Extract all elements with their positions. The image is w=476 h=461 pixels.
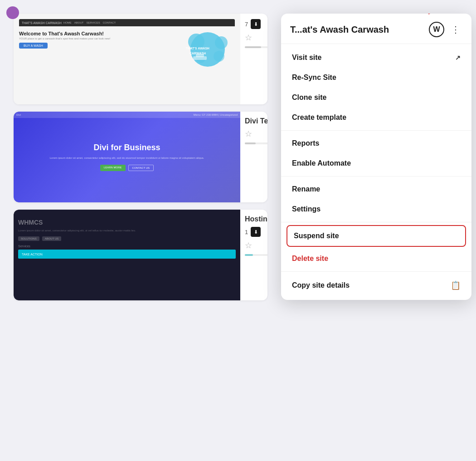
progress-fill-1 [245, 46, 261, 48]
site-meta-1: 7 ⬇ [245, 19, 267, 29]
divi-header-bar: Divi Menu: GT 230-9884 | Uncategorized [14, 112, 240, 118]
progress-fill-3 [245, 254, 253, 256]
context-menu-panel: T...at's Awash Carwash W ⋮ Visit site ↗ … [281, 14, 471, 300]
copy-icon: 📋 [451, 280, 461, 290]
svg-text:THAT'S AWASH: THAT'S AWASH [186, 47, 209, 50]
star-icon-3[interactable]: ☆ [245, 240, 267, 250]
app-avatar [6, 6, 19, 19]
main-content: THAT'S AWASH CARWASH HOME ABOUT SERVICES… [0, 0, 476, 461]
menu-item-reports[interactable]: Reports [281, 133, 471, 153]
more-options-button[interactable]: ⋮ [449, 23, 462, 36]
svg-point-4 [214, 51, 224, 62]
external-link-icon: ↗ [455, 54, 461, 61]
site-list: THAT'S AWASH CARWASH HOME ABOUT SERVICES… [9, 9, 272, 305]
carwash-bubble-graphic: THAT'S AWASH CARWASH [176, 29, 235, 72]
divi-learn-more: LEARN MORE [100, 165, 126, 171]
progress-bar-3 [245, 254, 267, 256]
menu-item-suspend-site[interactable]: Suspend site [287, 225, 466, 247]
star-icon-2[interactable]: ☆ [245, 129, 267, 139]
hosting-body: Lorem ipsum dolor sit amet, consectetur … [18, 229, 236, 233]
updates-count-3: 1 [245, 229, 248, 235]
menu-divider-2 [281, 176, 471, 177]
menu-item-rename[interactable]: Rename [281, 179, 471, 199]
download-badge-3: ⬇ [251, 227, 261, 237]
services-label: Services [18, 245, 236, 248]
progress-fill-2 [245, 142, 256, 144]
hosting-title: WHMCS [18, 219, 236, 226]
dark-action-bar: TAKE ACTION [18, 250, 236, 259]
thumb-heading: Welcome to That's Awash Carwash! [19, 31, 176, 36]
thumbnail-carwash: THAT'S AWASH CARWASH HOME ABOUT SERVICES… [14, 14, 240, 104]
menu-item-resync-site[interactable]: Re-Sync Site [281, 68, 471, 88]
updates-count-1: 7 [245, 21, 248, 28]
menu-item-delete-site[interactable]: Delete site [281, 249, 471, 269]
divi-title: Divi for Business [93, 143, 160, 152]
site-meta-3: 1 ⬇ [245, 227, 267, 237]
thumbnail-divi: Divi Menu: GT 230-9884 | Uncategorized D… [14, 112, 240, 202]
menu-item-copy-site-details[interactable]: Copy site details 📋 [281, 275, 471, 296]
site-card-2-info: Divi Te ☆ [240, 112, 267, 202]
menu-item-enable-automate[interactable]: Enable Automate [281, 153, 471, 173]
menu-divider-3 [281, 222, 471, 222]
site-card-1-info: 7 ⬇ ☆ [240, 14, 267, 104]
wordpress-icon[interactable]: W [429, 22, 444, 37]
progress-bar-1 [245, 46, 267, 48]
site-name-2: Divi Te [245, 117, 267, 125]
menu-item-create-template[interactable]: Create template [281, 108, 471, 128]
divi-contact-us: CONTACT US [128, 165, 154, 171]
menu-item-settings[interactable]: Settings [281, 199, 471, 219]
site-card-1[interactable]: THAT'S AWASH CARWASH HOME ABOUT SERVICES… [14, 14, 267, 104]
menu-divider-4 [281, 271, 471, 272]
site-card-3[interactable]: WHMCS Lorem ipsum dolor sit amet, consec… [14, 210, 267, 300]
svg-rect-8 [196, 54, 204, 57]
hosting-buttons: SOLUTIONS ABOUT US [18, 236, 236, 241]
dropdown-menu-items: Visit site ↗ Re-Sync Site Clone site Cre… [281, 44, 471, 300]
progress-bar-2 [245, 142, 267, 144]
site-name-3: Hostin [245, 215, 267, 223]
dropdown-header-actions: W ⋮ [429, 22, 462, 37]
thumb-logo-text: THAT'S AWASH CARWASH [22, 21, 62, 25]
menu-item-clone-site[interactable]: Clone site [281, 88, 471, 108]
download-badge-1: ⬇ [251, 19, 261, 29]
thumbnail-hosting: WHMCS Lorem ipsum dolor sit amet, consec… [14, 210, 240, 300]
divi-body: Lorem ipsum dolor sit amet, consectetur … [50, 156, 204, 160]
thumb-tagline: YOUR place to get a carwash that's spot … [19, 37, 176, 40]
svg-point-2 [215, 36, 228, 49]
dropdown-header: T...at's Awash Carwash W ⋮ [281, 14, 471, 44]
menu-item-visit-site[interactable]: Visit site ↗ [281, 48, 471, 68]
star-icon-1[interactable]: ☆ [245, 33, 267, 43]
dropdown-site-name: T...at's Awash Carwash [290, 25, 389, 35]
site-card-2[interactable]: Divi Menu: GT 230-9884 | Uncategorized D… [14, 112, 267, 202]
menu-divider-1 [281, 130, 471, 131]
divi-buttons: LEARN MORE CONTACT US [100, 165, 154, 171]
site-card-3-info: Hostin 1 ⬇ ☆ [240, 210, 267, 300]
